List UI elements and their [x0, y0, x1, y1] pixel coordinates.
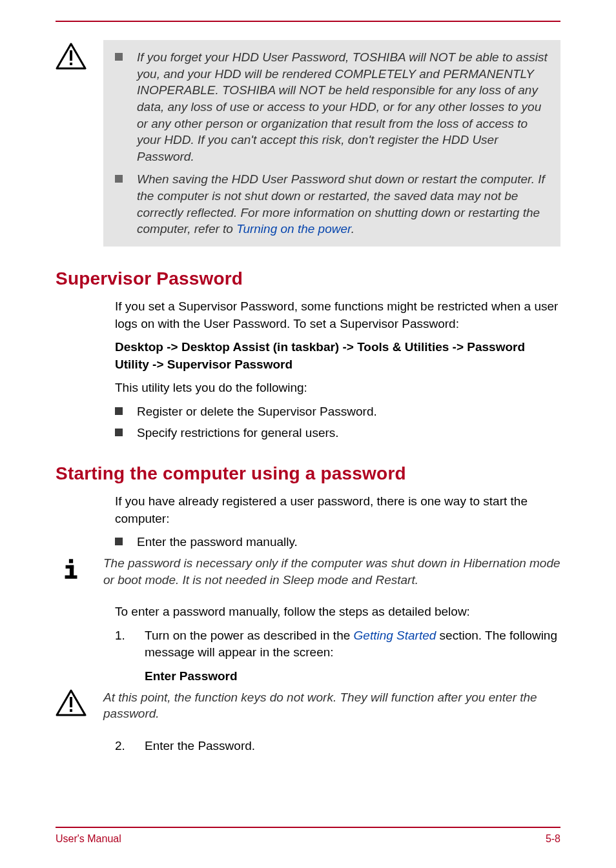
enter-password-label: Enter Password [145, 668, 560, 685]
section-starting-body: If you have already registered a user pa… [115, 493, 560, 551]
step-text: Turn on the power as described in the Ge… [145, 627, 560, 685]
svg-rect-1 [70, 50, 72, 61]
heading-starting-computer: Starting the computer using a password [56, 463, 560, 484]
bullet-icon [115, 53, 123, 61]
steps-body: To enter a password manually, follow the… [115, 603, 560, 685]
top-rule [56, 21, 560, 22]
warning-callout-body: If you forget your HDD User Password, TO… [103, 40, 560, 247]
step-item: 2. Enter the Password. [115, 738, 560, 755]
bullet-icon [115, 175, 123, 183]
step-item: 1. Turn on the power as described in the… [115, 627, 560, 685]
list-item-text: Register or delete the Supervisor Passwo… [137, 403, 377, 421]
list-item: Specify restrictions for general users. [115, 425, 560, 442]
callout-bullet: When saving the HDD User Password shut d… [115, 171, 549, 237]
svg-rect-8 [70, 697, 72, 707]
svg-rect-3 [69, 559, 73, 563]
page-footer: User's Manual 5-8 [56, 827, 560, 845]
callout-bullet: If you forget your HDD User Password, TO… [115, 49, 549, 165]
step-number: 1. [115, 627, 130, 645]
list-item-text: Enter the password manually. [137, 534, 298, 551]
paragraph: To enter a password manually, follow the… [115, 603, 560, 621]
warning-note-function-keys: At this point, the function keys do not … [56, 689, 560, 722]
link-getting-started[interactable]: Getting Started [354, 629, 436, 642]
list-item-text: Specify restrictions for general users. [137, 425, 339, 442]
info-icon [56, 555, 92, 585]
warning-callout-hdd: If you forget your HDD User Password, TO… [56, 40, 560, 247]
paragraph: This utility lets you do the following: [115, 379, 560, 397]
bullet-icon [115, 429, 123, 436]
info-note: The password is necessary only if the co… [56, 555, 560, 588]
footer-left: User's Manual [56, 833, 121, 845]
warning-note-text: At this point, the function keys do not … [103, 689, 560, 722]
paragraph: If you have already registered a user pa… [115, 493, 560, 527]
svg-rect-9 [70, 709, 72, 712]
steps-body-2: 2. Enter the Password. [115, 738, 560, 755]
link-turning-on-power[interactable]: Turning on the power [236, 222, 351, 236]
svg-rect-2 [70, 63, 72, 65]
step-text: Enter the Password. [145, 738, 560, 755]
info-note-text: The password is necessary only if the co… [103, 555, 560, 588]
text: If you forget your HDD User Password, TO… [137, 50, 548, 163]
footer-right: 5-8 [546, 833, 560, 845]
section-supervisor-body: If you set a Supervisor Password, some f… [115, 298, 560, 441]
bullet-icon [115, 538, 123, 545]
warning-icon [56, 689, 92, 719]
callout-bullet-text: If you forget your HDD User Password, TO… [137, 49, 549, 165]
list-item: Register or delete the Supervisor Passwo… [115, 403, 560, 421]
bullet-icon [115, 407, 123, 415]
svg-rect-6 [65, 575, 77, 578]
heading-supervisor-password: Supervisor Password [56, 268, 560, 289]
callout-bullet-text: When saving the HDD User Password shut d… [137, 171, 549, 237]
list-item: Enter the password manually. [115, 534, 560, 551]
navigation-path: Desktop -> Desktop Assist (in taskbar) -… [115, 339, 560, 373]
warning-icon [56, 40, 92, 72]
text: . [351, 222, 354, 236]
text: Turn on the power as described in the [145, 629, 354, 642]
paragraph: If you set a Supervisor Password, some f… [115, 298, 560, 332]
step-number: 2. [115, 738, 130, 755]
